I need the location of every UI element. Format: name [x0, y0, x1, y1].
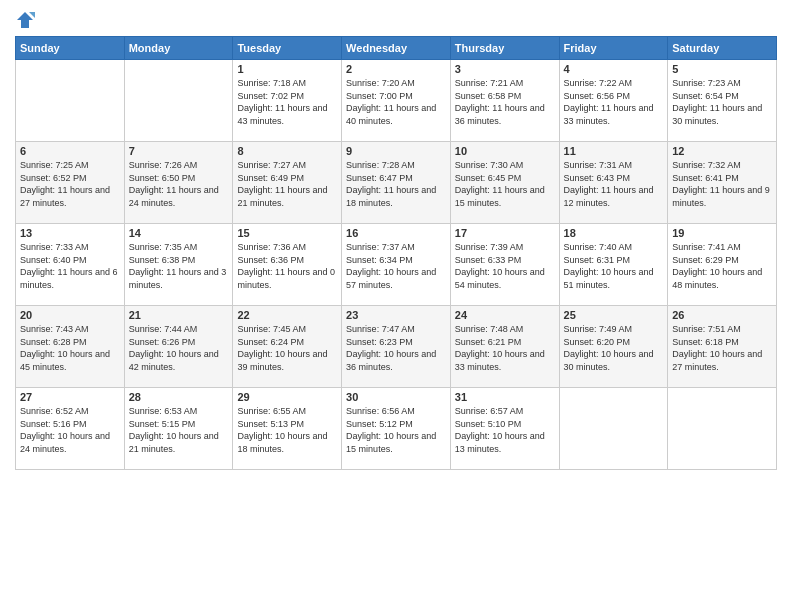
day-number: 24: [455, 309, 555, 321]
week-row-2: 6Sunrise: 7:25 AMSunset: 6:52 PMDaylight…: [16, 142, 777, 224]
calendar-cell: 31Sunrise: 6:57 AMSunset: 5:10 PMDayligh…: [450, 388, 559, 470]
weekday-header-monday: Monday: [124, 37, 233, 60]
day-info: Sunrise: 7:23 AMSunset: 6:54 PMDaylight:…: [672, 77, 772, 127]
day-info: Sunrise: 7:40 AMSunset: 6:31 PMDaylight:…: [564, 241, 664, 291]
day-number: 8: [237, 145, 337, 157]
day-info: Sunrise: 6:56 AMSunset: 5:12 PMDaylight:…: [346, 405, 446, 455]
day-number: 22: [237, 309, 337, 321]
calendar-cell: 28Sunrise: 6:53 AMSunset: 5:15 PMDayligh…: [124, 388, 233, 470]
calendar-cell: 23Sunrise: 7:47 AMSunset: 6:23 PMDayligh…: [342, 306, 451, 388]
day-number: 29: [237, 391, 337, 403]
day-info: Sunrise: 6:57 AMSunset: 5:10 PMDaylight:…: [455, 405, 555, 455]
day-number: 11: [564, 145, 664, 157]
day-number: 17: [455, 227, 555, 239]
day-number: 9: [346, 145, 446, 157]
calendar-cell: 10Sunrise: 7:30 AMSunset: 6:45 PMDayligh…: [450, 142, 559, 224]
weekday-header-tuesday: Tuesday: [233, 37, 342, 60]
day-info: Sunrise: 7:39 AMSunset: 6:33 PMDaylight:…: [455, 241, 555, 291]
day-info: Sunrise: 7:21 AMSunset: 6:58 PMDaylight:…: [455, 77, 555, 127]
day-info: Sunrise: 6:53 AMSunset: 5:15 PMDaylight:…: [129, 405, 229, 455]
calendar-cell: 27Sunrise: 6:52 AMSunset: 5:16 PMDayligh…: [16, 388, 125, 470]
svg-marker-0: [17, 12, 33, 28]
day-info: Sunrise: 7:30 AMSunset: 6:45 PMDaylight:…: [455, 159, 555, 209]
logo-shape: [15, 10, 35, 30]
calendar-cell: 20Sunrise: 7:43 AMSunset: 6:28 PMDayligh…: [16, 306, 125, 388]
day-info: Sunrise: 7:18 AMSunset: 7:02 PMDaylight:…: [237, 77, 337, 127]
calendar-cell: 5Sunrise: 7:23 AMSunset: 6:54 PMDaylight…: [668, 60, 777, 142]
calendar-cell: 4Sunrise: 7:22 AMSunset: 6:56 PMDaylight…: [559, 60, 668, 142]
day-number: 19: [672, 227, 772, 239]
day-number: 1: [237, 63, 337, 75]
day-number: 21: [129, 309, 229, 321]
day-info: Sunrise: 7:28 AMSunset: 6:47 PMDaylight:…: [346, 159, 446, 209]
day-info: Sunrise: 7:48 AMSunset: 6:21 PMDaylight:…: [455, 323, 555, 373]
calendar-cell: 3Sunrise: 7:21 AMSunset: 6:58 PMDaylight…: [450, 60, 559, 142]
day-info: Sunrise: 6:55 AMSunset: 5:13 PMDaylight:…: [237, 405, 337, 455]
day-number: 26: [672, 309, 772, 321]
day-info: Sunrise: 7:26 AMSunset: 6:50 PMDaylight:…: [129, 159, 229, 209]
day-info: Sunrise: 7:25 AMSunset: 6:52 PMDaylight:…: [20, 159, 120, 209]
day-info: Sunrise: 7:47 AMSunset: 6:23 PMDaylight:…: [346, 323, 446, 373]
calendar-cell: 19Sunrise: 7:41 AMSunset: 6:29 PMDayligh…: [668, 224, 777, 306]
day-number: 28: [129, 391, 229, 403]
calendar-page: SundayMondayTuesdayWednesdayThursdayFrid…: [0, 0, 792, 612]
weekday-header-sunday: Sunday: [16, 37, 125, 60]
weekday-header-saturday: Saturday: [668, 37, 777, 60]
day-number: 16: [346, 227, 446, 239]
day-info: Sunrise: 7:51 AMSunset: 6:18 PMDaylight:…: [672, 323, 772, 373]
weekday-header-friday: Friday: [559, 37, 668, 60]
day-number: 27: [20, 391, 120, 403]
day-number: 23: [346, 309, 446, 321]
calendar-cell: 1Sunrise: 7:18 AMSunset: 7:02 PMDaylight…: [233, 60, 342, 142]
day-number: 12: [672, 145, 772, 157]
calendar-cell: 14Sunrise: 7:35 AMSunset: 6:38 PMDayligh…: [124, 224, 233, 306]
calendar-cell: 7Sunrise: 7:26 AMSunset: 6:50 PMDaylight…: [124, 142, 233, 224]
day-number: 5: [672, 63, 772, 75]
calendar-cell: 30Sunrise: 6:56 AMSunset: 5:12 PMDayligh…: [342, 388, 451, 470]
day-info: Sunrise: 7:20 AMSunset: 7:00 PMDaylight:…: [346, 77, 446, 127]
day-number: 7: [129, 145, 229, 157]
calendar-cell: 26Sunrise: 7:51 AMSunset: 6:18 PMDayligh…: [668, 306, 777, 388]
day-number: 20: [20, 309, 120, 321]
day-number: 3: [455, 63, 555, 75]
weekday-header-row: SundayMondayTuesdayWednesdayThursdayFrid…: [16, 37, 777, 60]
week-row-3: 13Sunrise: 7:33 AMSunset: 6:40 PMDayligh…: [16, 224, 777, 306]
day-number: 14: [129, 227, 229, 239]
weekday-header-wednesday: Wednesday: [342, 37, 451, 60]
day-number: 30: [346, 391, 446, 403]
day-info: Sunrise: 7:37 AMSunset: 6:34 PMDaylight:…: [346, 241, 446, 291]
day-info: Sunrise: 7:45 AMSunset: 6:24 PMDaylight:…: [237, 323, 337, 373]
day-info: Sunrise: 7:22 AMSunset: 6:56 PMDaylight:…: [564, 77, 664, 127]
day-number: 4: [564, 63, 664, 75]
day-info: Sunrise: 7:49 AMSunset: 6:20 PMDaylight:…: [564, 323, 664, 373]
day-info: Sunrise: 7:41 AMSunset: 6:29 PMDaylight:…: [672, 241, 772, 291]
day-number: 25: [564, 309, 664, 321]
day-info: Sunrise: 7:44 AMSunset: 6:26 PMDaylight:…: [129, 323, 229, 373]
calendar-cell: 21Sunrise: 7:44 AMSunset: 6:26 PMDayligh…: [124, 306, 233, 388]
day-number: 10: [455, 145, 555, 157]
calendar-cell: 24Sunrise: 7:48 AMSunset: 6:21 PMDayligh…: [450, 306, 559, 388]
header: [15, 10, 777, 30]
calendar-cell: 11Sunrise: 7:31 AMSunset: 6:43 PMDayligh…: [559, 142, 668, 224]
calendar-table: SundayMondayTuesdayWednesdayThursdayFrid…: [15, 36, 777, 470]
calendar-cell: [124, 60, 233, 142]
logo: [15, 10, 39, 30]
day-number: 31: [455, 391, 555, 403]
calendar-cell: 2Sunrise: 7:20 AMSunset: 7:00 PMDaylight…: [342, 60, 451, 142]
calendar-cell: 15Sunrise: 7:36 AMSunset: 6:36 PMDayligh…: [233, 224, 342, 306]
day-number: 13: [20, 227, 120, 239]
week-row-4: 20Sunrise: 7:43 AMSunset: 6:28 PMDayligh…: [16, 306, 777, 388]
day-info: Sunrise: 7:43 AMSunset: 6:28 PMDaylight:…: [20, 323, 120, 373]
calendar-cell: 9Sunrise: 7:28 AMSunset: 6:47 PMDaylight…: [342, 142, 451, 224]
calendar-cell: 18Sunrise: 7:40 AMSunset: 6:31 PMDayligh…: [559, 224, 668, 306]
calendar-cell: 22Sunrise: 7:45 AMSunset: 6:24 PMDayligh…: [233, 306, 342, 388]
calendar-cell: [559, 388, 668, 470]
day-number: 2: [346, 63, 446, 75]
calendar-cell: 17Sunrise: 7:39 AMSunset: 6:33 PMDayligh…: [450, 224, 559, 306]
day-info: Sunrise: 7:36 AMSunset: 6:36 PMDaylight:…: [237, 241, 337, 291]
day-info: Sunrise: 7:35 AMSunset: 6:38 PMDaylight:…: [129, 241, 229, 291]
calendar-cell: 16Sunrise: 7:37 AMSunset: 6:34 PMDayligh…: [342, 224, 451, 306]
day-info: Sunrise: 7:27 AMSunset: 6:49 PMDaylight:…: [237, 159, 337, 209]
calendar-cell: 29Sunrise: 6:55 AMSunset: 5:13 PMDayligh…: [233, 388, 342, 470]
day-info: Sunrise: 7:32 AMSunset: 6:41 PMDaylight:…: [672, 159, 772, 209]
